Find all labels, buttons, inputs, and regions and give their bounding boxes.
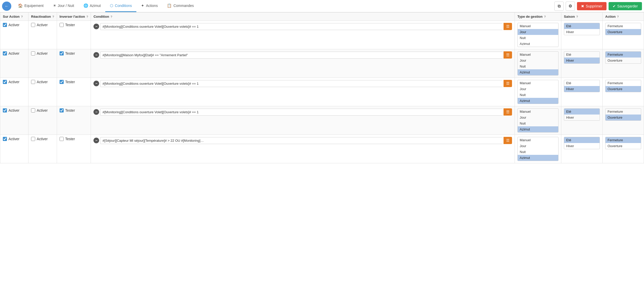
row-2-inverser-checkbox[interactable] [60, 80, 64, 84]
row-0-type-option-Jour[interactable]: Jour [518, 29, 558, 35]
nav-tab-equipement[interactable]: 🏠Equipement [13, 0, 48, 12]
settings-button[interactable]: ⚙ [566, 2, 575, 11]
row-0-type-option-Nuit[interactable]: Nuit [518, 35, 558, 41]
help-icon-sur-action[interactable]: ? [21, 15, 23, 18]
row-2-action-option-Fermeture[interactable]: Fermeture [605, 80, 641, 86]
row-0-type-listbox[interactable]: ManuelJourNuitAzimut [517, 23, 558, 47]
back-button[interactable]: ← [2, 2, 11, 11]
row-1-type-option-Jour[interactable]: Jour [518, 58, 558, 63]
row-4-saison-listbox[interactable]: EtéHiver [564, 137, 600, 149]
row-0-action-option-Ouverture[interactable]: Ouverture [605, 29, 641, 35]
row-2-type-option-Jour[interactable]: Jour [518, 86, 558, 92]
row-4-type-listbox[interactable]: ManuelJourNuitAzimut [517, 137, 558, 161]
row-4-action-option-Fermeture[interactable]: Fermeture [605, 137, 641, 143]
row-2-condition-input[interactable] [100, 80, 503, 87]
row-1-type-option-Manuel[interactable]: Manuel [518, 52, 558, 58]
row-0-saison-option-Eté[interactable]: Eté [564, 23, 600, 29]
row-1-reactiv-checkbox[interactable] [31, 51, 35, 55]
row-1-condition-input[interactable] [100, 52, 503, 59]
row-4-saison-option-Hiver[interactable]: Hiver [564, 143, 600, 149]
row-3-type-option-Manuel[interactable]: Manuel [518, 109, 558, 115]
row-2-saison-listbox[interactable]: EtéHiver [564, 80, 600, 92]
help-icon-inverser[interactable]: ? [87, 15, 88, 18]
row-1-inverser-checkbox[interactable] [60, 51, 64, 55]
row-4-sur-action-checkbox[interactable] [3, 137, 7, 141]
row-0-saison-listbox[interactable]: EtéHiver [564, 23, 600, 35]
row-0-remove-btn[interactable]: − [93, 24, 99, 29]
row-2-type-option-Manuel[interactable]: Manuel [518, 80, 558, 86]
row-4-type-option-Manuel[interactable]: Manuel [518, 137, 558, 143]
row-4-inverser-checkbox[interactable] [60, 137, 64, 141]
row-3-type-option-Jour[interactable]: Jour [518, 115, 558, 120]
nav-tab-commandes[interactable]: 📋Commandes [162, 0, 198, 12]
row-1-action-option-Fermeture[interactable]: Fermeture [605, 52, 641, 58]
row-3-type-option-Nuit[interactable]: Nuit [518, 120, 558, 126]
row-1-condition-edit-btn[interactable]: ☰ [504, 51, 512, 59]
row-3-type-listbox[interactable]: ManuelJourNuitAzimut [517, 108, 558, 132]
row-4-saison-option-Eté[interactable]: Eté [564, 137, 600, 143]
nav-tab-azimut[interactable]: 🌐Azimut [79, 0, 106, 12]
row-4-condition-input[interactable] [100, 137, 503, 144]
row-2-type-listbox[interactable]: ManuelJourNuitAzimut [517, 80, 558, 104]
row-0-saison-option-Hiver[interactable]: Hiver [564, 29, 600, 35]
row-1-saison-option-Hiver[interactable]: Hiver [564, 58, 600, 63]
row-4-type-option-Azimut[interactable]: Azimut [518, 155, 558, 161]
nav-tab-conditions[interactable]: ⬡Conditions [105, 0, 136, 12]
row-3-inverser-checkbox[interactable] [60, 108, 64, 112]
row-3-action-listbox[interactable]: FermetureOuverture [605, 108, 641, 121]
delete-button[interactable]: ✖ Supprimer [577, 2, 607, 10]
row-1-action-listbox[interactable]: FermetureOuverture [605, 51, 641, 64]
help-icon-reactiv[interactable]: ? [52, 15, 54, 18]
row-2-type-option-Azimut[interactable]: Azimut [518, 98, 558, 104]
row-2-type-option-Nuit[interactable]: Nuit [518, 92, 558, 98]
row-1-type-option-Azimut[interactable]: Azimut [518, 69, 558, 75]
row-1-type-listbox[interactable]: ManuelJourNuitAzimut [517, 51, 558, 75]
row-3-saison-listbox[interactable]: EtéHiver [564, 108, 600, 121]
row-4-action-option-Ouverture[interactable]: Ouverture [605, 143, 641, 149]
row-0-type-option-Manuel[interactable]: Manuel [518, 23, 558, 29]
row-3-action-option-Ouverture[interactable]: Ouverture [605, 115, 641, 120]
row-3-action-option-Fermeture[interactable]: Fermeture [605, 109, 641, 115]
row-1-sur-action-checkbox[interactable] [3, 51, 7, 55]
row-0-type-option-Azimut[interactable]: Azimut [518, 41, 558, 47]
row-3-reactiv-checkbox[interactable] [31, 108, 35, 112]
copy-button[interactable]: ⧉ [554, 2, 564, 11]
row-3-sur-action-checkbox[interactable] [3, 108, 7, 112]
row-2-condition-edit-btn[interactable]: ☰ [504, 80, 512, 87]
row-0-action-listbox[interactable]: FermetureOuverture [605, 23, 641, 35]
nav-tab-jour-nuit[interactable]: ☀Jour / Nuit [48, 0, 79, 12]
row-2-action-option-Ouverture[interactable]: Ouverture [605, 86, 641, 92]
row-0-condition-edit-btn[interactable]: ☰ [504, 23, 512, 30]
row-1-saison-listbox[interactable]: EtéHiver [564, 51, 600, 64]
row-3-type-option-Azimut[interactable]: Azimut [518, 126, 558, 132]
row-2-action-listbox[interactable]: FermetureOuverture [605, 80, 641, 92]
help-icon-action[interactable]: ? [617, 15, 619, 18]
row-4-reactiv-checkbox[interactable] [31, 137, 35, 141]
row-1-saison-option-Eté[interactable]: Eté [564, 52, 600, 58]
save-button[interactable]: ✔ Sauvegarder [609, 2, 642, 10]
row-2-saison-option-Hiver[interactable]: Hiver [564, 86, 600, 92]
row-0-action-option-Fermeture[interactable]: Fermeture [605, 23, 641, 29]
row-2-sur-action-checkbox[interactable] [3, 80, 7, 84]
row-0-reactiv-checkbox[interactable] [31, 23, 35, 27]
help-icon-condition[interactable]: ? [111, 15, 112, 18]
row-3-saison-option-Hiver[interactable]: Hiver [564, 115, 600, 120]
row-3-saison-option-Eté[interactable]: Eté [564, 109, 600, 115]
row-4-type-option-Jour[interactable]: Jour [518, 143, 558, 149]
nav-tab-actions[interactable]: ✦Actions [136, 0, 162, 12]
row-0-condition-input[interactable] [100, 23, 503, 30]
row-2-saison-option-Eté[interactable]: Eté [564, 80, 600, 86]
row-4-remove-btn[interactable]: − [93, 138, 99, 143]
row-4-type-option-Nuit[interactable]: Nuit [518, 149, 558, 155]
row-3-remove-btn[interactable]: − [93, 109, 99, 115]
row-1-action-option-Ouverture[interactable]: Ouverture [605, 58, 641, 63]
row-2-remove-btn[interactable]: − [93, 81, 99, 86]
row-1-type-option-Nuit[interactable]: Nuit [518, 63, 558, 69]
row-4-condition-edit-btn[interactable]: ☰ [504, 137, 512, 144]
row-4-action-listbox[interactable]: FermetureOuverture [605, 137, 641, 149]
row-3-condition-input[interactable] [100, 109, 503, 116]
help-icon-type[interactable]: ? [544, 15, 546, 18]
row-2-reactiv-checkbox[interactable] [31, 80, 35, 84]
row-1-remove-btn[interactable]: − [93, 52, 99, 58]
row-3-condition-edit-btn[interactable]: ☰ [504, 108, 512, 116]
